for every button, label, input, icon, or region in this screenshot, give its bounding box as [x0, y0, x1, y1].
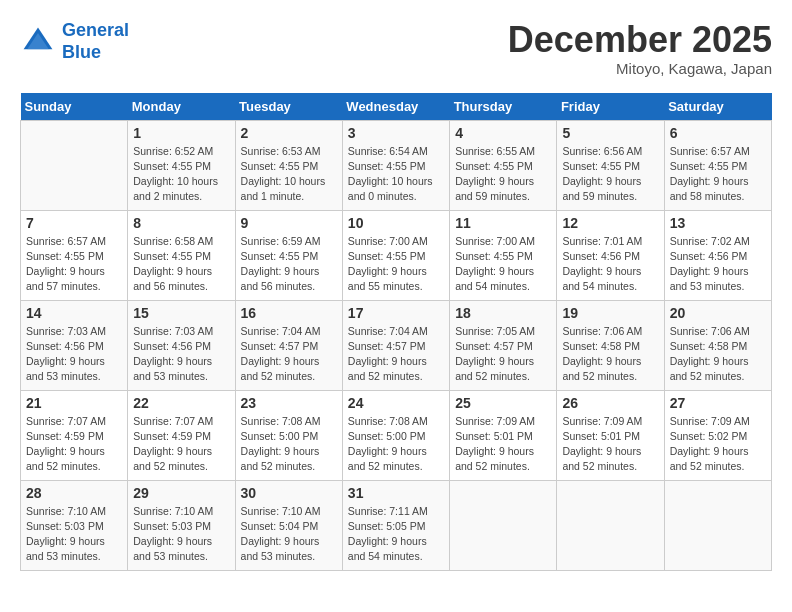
calendar-week-row: 21Sunrise: 7:07 AMSunset: 4:59 PMDayligh… [21, 390, 772, 480]
calendar-week-row: 1Sunrise: 6:52 AMSunset: 4:55 PMDaylight… [21, 120, 772, 210]
logo-icon [20, 24, 56, 60]
day-info: Sunrise: 7:03 AMSunset: 4:56 PMDaylight:… [26, 324, 122, 385]
day-info: Sunrise: 7:08 AMSunset: 5:00 PMDaylight:… [348, 414, 444, 475]
day-number: 4 [455, 125, 551, 141]
weekday-header: Friday [557, 93, 664, 121]
calendar-cell: 6Sunrise: 6:57 AMSunset: 4:55 PMDaylight… [664, 120, 771, 210]
weekday-header: Tuesday [235, 93, 342, 121]
calendar-cell: 7Sunrise: 6:57 AMSunset: 4:55 PMDaylight… [21, 210, 128, 300]
day-info: Sunrise: 7:00 AMSunset: 4:55 PMDaylight:… [455, 234, 551, 295]
day-info: Sunrise: 6:52 AMSunset: 4:55 PMDaylight:… [133, 144, 229, 205]
calendar-cell: 4Sunrise: 6:55 AMSunset: 4:55 PMDaylight… [450, 120, 557, 210]
day-number: 16 [241, 305, 337, 321]
day-number: 22 [133, 395, 229, 411]
calendar-cell: 26Sunrise: 7:09 AMSunset: 5:01 PMDayligh… [557, 390, 664, 480]
day-info: Sunrise: 7:10 AMSunset: 5:03 PMDaylight:… [26, 504, 122, 565]
calendar-body: 1Sunrise: 6:52 AMSunset: 4:55 PMDaylight… [21, 120, 772, 570]
calendar-cell: 12Sunrise: 7:01 AMSunset: 4:56 PMDayligh… [557, 210, 664, 300]
calendar-cell [450, 480, 557, 570]
day-number: 20 [670, 305, 766, 321]
day-info: Sunrise: 7:05 AMSunset: 4:57 PMDaylight:… [455, 324, 551, 385]
day-info: Sunrise: 7:11 AMSunset: 5:05 PMDaylight:… [348, 504, 444, 565]
calendar-cell: 1Sunrise: 6:52 AMSunset: 4:55 PMDaylight… [128, 120, 235, 210]
day-number: 10 [348, 215, 444, 231]
weekday-header: Wednesday [342, 93, 449, 121]
day-info: Sunrise: 7:09 AMSunset: 5:01 PMDaylight:… [455, 414, 551, 475]
calendar-cell: 29Sunrise: 7:10 AMSunset: 5:03 PMDayligh… [128, 480, 235, 570]
calendar-cell: 20Sunrise: 7:06 AMSunset: 4:58 PMDayligh… [664, 300, 771, 390]
logo: General Blue [20, 20, 129, 63]
day-number: 23 [241, 395, 337, 411]
day-info: Sunrise: 6:58 AMSunset: 4:55 PMDaylight:… [133, 234, 229, 295]
day-info: Sunrise: 7:10 AMSunset: 5:03 PMDaylight:… [133, 504, 229, 565]
day-number: 6 [670, 125, 766, 141]
day-info: Sunrise: 7:04 AMSunset: 4:57 PMDaylight:… [348, 324, 444, 385]
day-number: 5 [562, 125, 658, 141]
day-info: Sunrise: 6:59 AMSunset: 4:55 PMDaylight:… [241, 234, 337, 295]
day-info: Sunrise: 7:04 AMSunset: 4:57 PMDaylight:… [241, 324, 337, 385]
title-block: December 2025 Mitoyo, Kagawa, Japan [508, 20, 772, 77]
day-info: Sunrise: 7:09 AMSunset: 5:02 PMDaylight:… [670, 414, 766, 475]
calendar-cell: 11Sunrise: 7:00 AMSunset: 4:55 PMDayligh… [450, 210, 557, 300]
calendar-cell: 15Sunrise: 7:03 AMSunset: 4:56 PMDayligh… [128, 300, 235, 390]
calendar-table: SundayMondayTuesdayWednesdayThursdayFrid… [20, 93, 772, 571]
calendar-cell [557, 480, 664, 570]
calendar-cell [21, 120, 128, 210]
day-info: Sunrise: 7:06 AMSunset: 4:58 PMDaylight:… [670, 324, 766, 385]
day-info: Sunrise: 7:06 AMSunset: 4:58 PMDaylight:… [562, 324, 658, 385]
logo-line2: Blue [62, 42, 101, 62]
day-info: Sunrise: 6:57 AMSunset: 4:55 PMDaylight:… [26, 234, 122, 295]
day-number: 17 [348, 305, 444, 321]
day-number: 11 [455, 215, 551, 231]
calendar-cell: 3Sunrise: 6:54 AMSunset: 4:55 PMDaylight… [342, 120, 449, 210]
calendar-cell: 13Sunrise: 7:02 AMSunset: 4:56 PMDayligh… [664, 210, 771, 300]
day-info: Sunrise: 7:08 AMSunset: 5:00 PMDaylight:… [241, 414, 337, 475]
calendar-cell: 30Sunrise: 7:10 AMSunset: 5:04 PMDayligh… [235, 480, 342, 570]
day-number: 15 [133, 305, 229, 321]
weekday-header: Sunday [21, 93, 128, 121]
day-number: 29 [133, 485, 229, 501]
day-info: Sunrise: 6:55 AMSunset: 4:55 PMDaylight:… [455, 144, 551, 205]
day-number: 30 [241, 485, 337, 501]
day-number: 8 [133, 215, 229, 231]
calendar-cell: 16Sunrise: 7:04 AMSunset: 4:57 PMDayligh… [235, 300, 342, 390]
page-header: General Blue December 2025 Mitoyo, Kagaw… [20, 20, 772, 77]
day-info: Sunrise: 7:10 AMSunset: 5:04 PMDaylight:… [241, 504, 337, 565]
day-number: 9 [241, 215, 337, 231]
day-number: 21 [26, 395, 122, 411]
day-number: 24 [348, 395, 444, 411]
day-number: 2 [241, 125, 337, 141]
day-number: 27 [670, 395, 766, 411]
calendar-cell: 19Sunrise: 7:06 AMSunset: 4:58 PMDayligh… [557, 300, 664, 390]
day-info: Sunrise: 6:54 AMSunset: 4:55 PMDaylight:… [348, 144, 444, 205]
calendar-cell: 10Sunrise: 7:00 AMSunset: 4:55 PMDayligh… [342, 210, 449, 300]
logo-text: General Blue [62, 20, 129, 63]
day-info: Sunrise: 7:01 AMSunset: 4:56 PMDaylight:… [562, 234, 658, 295]
day-info: Sunrise: 7:02 AMSunset: 4:56 PMDaylight:… [670, 234, 766, 295]
day-number: 25 [455, 395, 551, 411]
day-number: 12 [562, 215, 658, 231]
calendar-cell: 23Sunrise: 7:08 AMSunset: 5:00 PMDayligh… [235, 390, 342, 480]
day-number: 31 [348, 485, 444, 501]
calendar-cell: 25Sunrise: 7:09 AMSunset: 5:01 PMDayligh… [450, 390, 557, 480]
calendar-cell: 9Sunrise: 6:59 AMSunset: 4:55 PMDaylight… [235, 210, 342, 300]
calendar-cell: 18Sunrise: 7:05 AMSunset: 4:57 PMDayligh… [450, 300, 557, 390]
day-info: Sunrise: 7:09 AMSunset: 5:01 PMDaylight:… [562, 414, 658, 475]
calendar-header: SundayMondayTuesdayWednesdayThursdayFrid… [21, 93, 772, 121]
calendar-cell: 5Sunrise: 6:56 AMSunset: 4:55 PMDaylight… [557, 120, 664, 210]
weekday-row: SundayMondayTuesdayWednesdayThursdayFrid… [21, 93, 772, 121]
day-info: Sunrise: 7:00 AMSunset: 4:55 PMDaylight:… [348, 234, 444, 295]
calendar-week-row: 28Sunrise: 7:10 AMSunset: 5:03 PMDayligh… [21, 480, 772, 570]
day-info: Sunrise: 6:57 AMSunset: 4:55 PMDaylight:… [670, 144, 766, 205]
month-title: December 2025 [508, 20, 772, 60]
calendar-week-row: 7Sunrise: 6:57 AMSunset: 4:55 PMDaylight… [21, 210, 772, 300]
day-number: 13 [670, 215, 766, 231]
day-info: Sunrise: 7:07 AMSunset: 4:59 PMDaylight:… [133, 414, 229, 475]
weekday-header: Thursday [450, 93, 557, 121]
day-number: 7 [26, 215, 122, 231]
calendar-cell: 28Sunrise: 7:10 AMSunset: 5:03 PMDayligh… [21, 480, 128, 570]
weekday-header: Monday [128, 93, 235, 121]
day-info: Sunrise: 7:03 AMSunset: 4:56 PMDaylight:… [133, 324, 229, 385]
calendar-cell: 21Sunrise: 7:07 AMSunset: 4:59 PMDayligh… [21, 390, 128, 480]
day-number: 19 [562, 305, 658, 321]
